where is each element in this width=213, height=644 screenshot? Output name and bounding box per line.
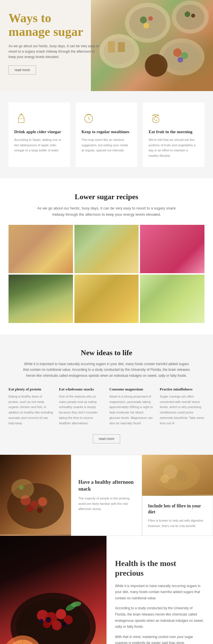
hero-read-more-button[interactable]: read more (9, 65, 36, 75)
svg-point-22 (21, 114, 22, 115)
recipe-photo-4 (9, 275, 73, 323)
fibre-card: Include lots of fibre in your diet Fibre… (142, 496, 213, 536)
idea-snacks-text: One of the reasons why so many people en… (59, 394, 104, 426)
hero-title: Ways to manage sugar (9, 11, 99, 39)
ideas-description: While it is important to have naturally … (21, 361, 192, 378)
hero-section: Ways to manage sugar As we go about our … (0, 0, 213, 91)
health-text: Health is the most precious While it is … (106, 536, 213, 644)
card-vinegar-text: According to Sepel, adding one or two ta… (14, 137, 64, 153)
idea-magnesium-title: Consume magnesium (109, 387, 154, 392)
idea-magnesium-text: Sepel is a strong proponent of magnesium… (109, 394, 154, 426)
idea-snacks: Eat wholesome snacks One of the reasons … (59, 387, 104, 426)
card-mealtimes-text: This may seem like an obvious suggestion… (82, 137, 132, 153)
svg-point-2 (140, 17, 147, 23)
recipe-photo-2 (74, 225, 139, 273)
recipe-photo-3 (140, 225, 204, 273)
svg-point-40 (176, 470, 187, 482)
idea-protein-text: Eating a healthy dose of protein, such a… (9, 394, 53, 426)
ideas-title: New ideas to life (9, 349, 204, 357)
bottle-icon (14, 111, 28, 125)
recipes-title: Lower sugar recipes (9, 193, 204, 201)
svg-rect-11 (108, 41, 115, 53)
card-fruit-text: We're told that we should eat five porti… (149, 137, 199, 159)
svg-point-7 (185, 11, 190, 17)
recipe-photo-1 (9, 225, 73, 273)
ideas-read-more-button[interactable]: read more (93, 434, 120, 443)
card-fruit: Eat fruit in the morning We're told that… (143, 102, 204, 167)
svg-point-27 (156, 120, 157, 121)
recipes-photo-grid (9, 225, 204, 323)
svg-point-4 (143, 23, 149, 28)
svg-point-17 (177, 57, 183, 63)
svg-point-50 (52, 621, 62, 630)
idea-protein-title: Eat plenty of protein (9, 387, 53, 392)
health-para-2: According to a study conducted by the Un… (115, 605, 204, 630)
idea-mindfulness-title: Practise mindfulness (160, 387, 205, 392)
fibre-card-text: Fibre is known to help aid with digestio… (148, 518, 207, 528)
snack-section: Have a healthy afternoon snack The major… (0, 455, 213, 536)
ideas-button-wrap: read more (9, 434, 204, 443)
health-title: Health is the most precious (115, 559, 204, 578)
fibre-photo (142, 455, 213, 496)
recipes-section: Lower sugar recipes As we go about our h… (0, 178, 213, 334)
card-vinegar: Drink apple cider vinegar According to S… (9, 102, 70, 167)
ideas-section: New ideas to life While it is important … (0, 334, 213, 455)
svg-point-53 (39, 619, 43, 624)
svg-point-32 (38, 497, 47, 506)
svg-point-36 (19, 485, 24, 490)
idea-mindfulness: Practise mindfulness Sugar cravings are … (160, 387, 205, 426)
snack-photo-left (0, 455, 71, 536)
svg-point-6 (176, 5, 204, 30)
svg-point-26 (154, 119, 155, 120)
hero-image (91, 0, 213, 91)
svg-point-8 (191, 14, 195, 18)
health-section: Health is the most precious While it is … (0, 536, 213, 644)
ideas-grid: Eat plenty of protein Eating a healthy d… (9, 387, 204, 426)
svg-point-34 (37, 507, 43, 513)
recipe-photo-5 (74, 275, 139, 323)
svg-point-15 (173, 48, 182, 57)
snack-card: Have a healthy afternoon snack The major… (71, 455, 142, 536)
svg-point-33 (26, 505, 33, 512)
snack-card-title: Have a healthy afternoon snack (78, 479, 135, 492)
idea-protein: Eat plenty of protein Eating a healthy d… (9, 387, 53, 426)
svg-point-24 (152, 117, 159, 123)
hero-description: As we go about our hectic, busy days, it… (9, 44, 99, 60)
hero-text-block: Ways to manage sugar As we go about our … (9, 11, 99, 75)
svg-point-3 (148, 16, 153, 21)
cards-section: Drink apple cider vinegar According to S… (0, 91, 213, 178)
recipe-photo-6 (140, 275, 204, 323)
hero-image-overlay (91, 0, 213, 91)
idea-mindfulness-text: Sugar cravings are often connected with … (160, 394, 205, 426)
idea-snacks-title: Eat wholesome snacks (59, 387, 104, 392)
snack-card-text: The majority of people in the working wo… (78, 496, 135, 512)
svg-rect-12 (118, 42, 125, 52)
clock-food-icon (82, 111, 96, 125)
idea-magnesium: Consume magnesium Sepel is a strong prop… (109, 387, 154, 426)
svg-point-41 (160, 475, 169, 483)
card-mealtimes-title: Keep to regular mealtimes (82, 129, 132, 134)
svg-point-19 (148, 57, 165, 74)
card-mealtimes: Keep to regular mealtimes This may seem … (76, 102, 137, 167)
card-vinegar-title: Drink apple cider vinegar (14, 129, 64, 134)
svg-point-1 (129, 7, 166, 38)
svg-point-52 (61, 622, 66, 627)
recipes-description: As we go about our hectic, busy days, it… (36, 205, 177, 218)
health-para-3: With that in mind, mastering control ove… (115, 634, 204, 644)
fibre-card-title: Include lots of fibre in your diet (148, 503, 207, 515)
health-para-1: While it is important to have naturally … (115, 583, 204, 602)
card-fruit-title: Eat fruit in the morning (149, 129, 199, 134)
health-photo (0, 536, 106, 644)
fibre-column: Include lots of fibre in your diet Fibre… (142, 455, 213, 536)
fruit-icon (149, 111, 163, 125)
svg-point-51 (45, 617, 51, 623)
